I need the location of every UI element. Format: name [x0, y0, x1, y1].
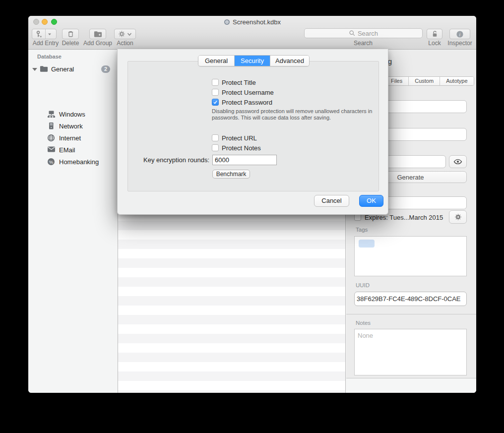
gear-icon [118, 30, 126, 38]
lock-open-icon [431, 30, 439, 38]
checkbox-label: Protect Notes [222, 144, 261, 152]
lock-label: Lock [421, 40, 448, 47]
add-entry-button[interactable] [32, 29, 57, 39]
protect-username-checkbox[interactable] [212, 89, 219, 96]
info-icon: i [456, 30, 464, 38]
sidebar-item-email[interactable]: EMail [28, 144, 118, 156]
add-entry-label: Add Entry [32, 40, 60, 47]
sidebar-item-homebanking[interactable]: % Homebanking [28, 156, 118, 168]
protect-title-checkbox[interactable] [212, 79, 219, 86]
disclosure-triangle-icon[interactable] [32, 68, 37, 71]
inspector-label: Inspector [446, 40, 474, 47]
sidebar-item-network[interactable]: Network [28, 121, 118, 132]
inspector-button[interactable]: i [449, 29, 470, 39]
expires-label: Expires: Tues...March 2015 [365, 214, 443, 221]
homebanking-group-icon: % [47, 158, 55, 166]
divider [346, 314, 476, 314]
eye-icon [453, 158, 462, 165]
sidebar-item-label: Internet [59, 134, 81, 142]
folder-icon [40, 65, 48, 72]
trash-icon [67, 30, 74, 38]
sidebar: Database General 2 Windows [28, 50, 118, 393]
svg-text:i: i [459, 31, 461, 37]
sidebar-item-label: Network [59, 123, 83, 130]
chevron-down-icon [127, 32, 132, 36]
inspector-footer [346, 378, 476, 393]
sidebar-item-label: Windows [59, 111, 85, 118]
sidebar-item-label: EMail [59, 146, 75, 154]
add-group-button[interactable] [89, 29, 106, 39]
key-plus-icon [35, 30, 43, 38]
checkbox-label: Protect Username [222, 89, 274, 96]
protect-notes-checkbox[interactable] [212, 144, 219, 151]
protect-password-row[interactable]: Protect Password [212, 98, 272, 106]
tab-general[interactable]: General [198, 56, 234, 66]
tab-files[interactable]: Files [385, 77, 408, 85]
tab-custom[interactable]: Custom [408, 77, 440, 85]
count-badge: 2 [101, 65, 110, 73]
sidebar-item-internet[interactable]: Internet [28, 132, 118, 144]
folder-plus-icon [94, 31, 102, 38]
protect-url-row[interactable]: Protect URL [212, 134, 257, 142]
reveal-password-button[interactable] [449, 155, 467, 168]
network-group-icon [47, 122, 55, 130]
lock-button[interactable] [427, 29, 442, 39]
sidebar-item-windows[interactable]: Windows [28, 109, 118, 121]
protect-notes-row[interactable]: Protect Notes [212, 144, 261, 152]
expires-settings-button[interactable] [449, 210, 467, 224]
tags-box[interactable] [354, 236, 467, 276]
gear-icon [454, 213, 462, 221]
database-settings-dialog: General Security Advanced Protect Title … [117, 49, 388, 215]
delete-label: Delete [57, 40, 84, 47]
protect-title-row[interactable]: Protect Title [212, 78, 256, 86]
protect-password-checkbox[interactable] [212, 99, 219, 106]
window-title: Screenshot.kdbx [28, 18, 476, 26]
notes-box[interactable]: None [354, 329, 467, 375]
dialog-tab-bar: General Security Advanced [198, 55, 310, 66]
split-divider [45, 29, 46, 39]
generate-label: Generate [397, 174, 424, 181]
email-group-icon [47, 146, 56, 153]
screen: Screenshot.kdbx Add Entry Delete [0, 0, 504, 433]
dropdown-arrow-icon[interactable] [47, 32, 53, 36]
notes-placeholder: None [358, 332, 373, 339]
action-label: Action [111, 40, 139, 47]
action-button[interactable] [114, 29, 136, 39]
password-protection-warning: Disabling password protection will remov… [212, 108, 378, 121]
inspector-tab-bar: Files Custom Autotype [384, 76, 474, 86]
sidebar-item-label: General [51, 65, 74, 73]
tab-autotype[interactable]: Autotype [440, 77, 473, 85]
titlebar-toolbar: Screenshot.kdbx Add Entry Delete [28, 16, 476, 50]
search-placeholder: Search [358, 30, 378, 37]
sidebar-item-general[interactable]: General 2 [28, 64, 118, 75]
protect-username-row[interactable]: Protect Username [212, 88, 274, 96]
tab-advanced[interactable]: Advanced [270, 56, 309, 66]
uuid-label: UUID [356, 282, 370, 288]
benchmark-button[interactable]: Benchmark [212, 170, 250, 179]
app-icon [224, 19, 230, 25]
svg-text:%: % [49, 159, 54, 165]
rounds-input[interactable] [212, 155, 277, 165]
notes-label: Notes [356, 320, 371, 326]
tag-pill[interactable] [359, 240, 375, 247]
search-label: Search [349, 40, 377, 47]
checkbox-label: Protect Title [222, 79, 256, 86]
protect-url-checkbox[interactable] [212, 134, 219, 141]
checkbox-label: Protect Password [222, 99, 272, 106]
tags-label: Tags [356, 227, 368, 233]
rounds-label: Key encryption rounds: [118, 156, 209, 164]
expires-checkbox[interactable] [354, 214, 361, 221]
checkbox-label: Protect URL [222, 134, 257, 142]
sidebar-item-label: Homebanking [59, 158, 99, 166]
delete-button[interactable] [62, 29, 79, 39]
search-input[interactable]: Search [304, 28, 423, 38]
tab-security[interactable]: Security [234, 56, 270, 66]
search-icon [349, 30, 356, 37]
add-group-label: Add Group [82, 40, 114, 47]
internet-group-icon [47, 134, 55, 142]
windows-group-icon [47, 110, 56, 118]
uuid-field[interactable]: 38F629B7-FC4E-489C-8DCF-0CAE [354, 292, 467, 306]
ok-button[interactable]: OK [359, 195, 383, 207]
cancel-button[interactable]: Cancel [314, 195, 349, 207]
sidebar-header: Database [37, 54, 62, 60]
